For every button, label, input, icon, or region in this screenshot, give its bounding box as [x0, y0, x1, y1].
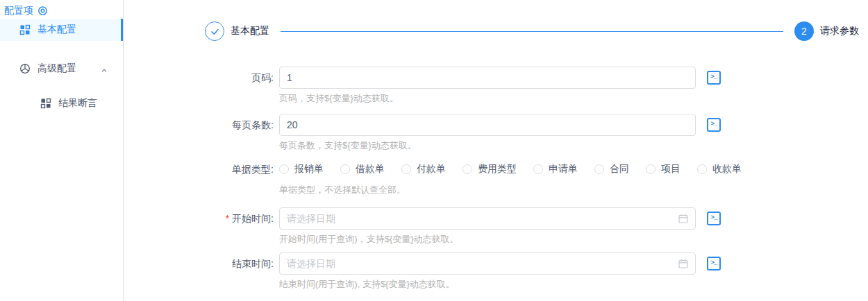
- doc-type-radio-group: 报销单 借款单 付款单 费用类型 申请单 合同 项目 收款单: [279, 160, 696, 179]
- code-variable-icon[interactable]: >_: [707, 118, 721, 132]
- config-sidebar: 配置项 基本配置 高级配置: [0, 0, 124, 301]
- radio-option-feiyongleixing[interactable]: 费用类型: [462, 163, 517, 175]
- steps-bar: 基本配置 2 请求参数: [124, 22, 868, 41]
- radio-icon: [646, 164, 656, 174]
- radio-icon: [697, 164, 707, 174]
- page-size-input[interactable]: [279, 114, 696, 136]
- step-2-number: 2: [801, 26, 807, 37]
- radio-option-hetong[interactable]: 合同: [594, 163, 629, 175]
- form-row-end-time: 结束时间: 结束时间(用于查询), 支持${变量}动态获取。 >_: [124, 252, 868, 290]
- code-variable-icon[interactable]: >_: [707, 71, 721, 85]
- field-label: 单据类型:: [124, 160, 279, 179]
- sidebar-item-label: 高级配置: [37, 62, 76, 75]
- radio-icon: [462, 164, 472, 174]
- radio-option-shoukuandan[interactable]: 收款单: [697, 163, 742, 175]
- radio-option-fukuandan[interactable]: 付款单: [401, 163, 446, 175]
- sidebar-item-basic-config[interactable]: 基本配置: [0, 19, 123, 41]
- radio-option-shenqingdan[interactable]: 申请单: [533, 163, 578, 175]
- code-variable-icon[interactable]: >_: [707, 257, 721, 270]
- required-asterisk: *: [226, 213, 229, 224]
- field-helper: 单据类型，不选择默认查全部。: [279, 184, 696, 196]
- step-1-circle: [205, 22, 224, 41]
- radio-icon: [401, 164, 411, 174]
- start-date-input[interactable]: [279, 207, 696, 230]
- field-helper: 每页条数，支持${变量}动态获取。: [279, 140, 696, 151]
- field-label: 页码:: [124, 67, 279, 89]
- radio-label: 付款单: [417, 163, 446, 175]
- form-row-page-number: 页码: 页码，支持${变量}动态获取。 >_: [124, 67, 868, 104]
- chevron-up-icon: [101, 65, 108, 72]
- end-date-input[interactable]: [279, 252, 696, 275]
- field-label-text: 开始时间:: [232, 213, 274, 224]
- request-params-form: 页码: 页码，支持${变量}动态获取。 >_ 每页条数: 每页条数，支持${变量…: [124, 67, 868, 290]
- step-1-title: 基本配置: [231, 25, 269, 37]
- field-label: 结束时间:: [124, 252, 279, 275]
- radio-option-jiekuandan[interactable]: 借款单: [340, 163, 385, 175]
- sidebar-header: 配置项: [0, 0, 123, 17]
- check-icon: [210, 26, 220, 37]
- radio-option-xiangmu[interactable]: 项目: [646, 163, 681, 175]
- sidebar-item-label: 基本配置: [37, 24, 76, 36]
- radio-icon: [279, 164, 289, 174]
- radio-label: 费用类型: [478, 163, 517, 175]
- form-row-page-size: 每页条数: 每页条数，支持${变量}动态获取。 >_: [124, 114, 868, 151]
- field-helper: 页码，支持${变量}动态获取。: [279, 93, 696, 104]
- start-date-picker[interactable]: [279, 207, 696, 230]
- sidebar-menu: 基本配置 高级配置 结果断言: [0, 19, 123, 114]
- form-row-start-time: *开始时间: 开始时间(用于查询)，支持${变量}动态获取。 >_: [124, 207, 868, 245]
- field-label: *开始时间:: [124, 207, 279, 230]
- radio-icon: [594, 164, 604, 174]
- radio-icon: [533, 164, 543, 174]
- radio-label: 项目: [661, 163, 681, 175]
- radio-icon: [340, 164, 350, 174]
- field-helper: 开始时间(用于查询)，支持${变量}动态获取。: [279, 234, 696, 245]
- config-page: 配置项 基本配置 高级配置: [0, 0, 868, 301]
- gear-icon[interactable]: [37, 6, 48, 16]
- radio-label: 借款单: [356, 163, 385, 175]
- end-date-picker[interactable]: [279, 252, 696, 275]
- radio-label: 合同: [610, 163, 629, 175]
- form-row-doc-type: 单据类型: 报销单 借款单 付款单 费用类型 申请单 合同 项目 收款单 单据类…: [124, 160, 868, 196]
- calendar-icon: [678, 213, 689, 224]
- grid-icon: [40, 98, 51, 109]
- calendar-icon: [678, 258, 689, 269]
- grid-icon: [19, 24, 31, 35]
- cube-icon: [19, 63, 31, 74]
- step-2-circle: 2: [794, 22, 814, 41]
- sidebar-item-result-assertion[interactable]: 结果断言: [0, 92, 123, 114]
- radio-label: 收款单: [712, 163, 742, 175]
- radio-label: 申请单: [549, 163, 578, 175]
- field-label: 每页条数:: [124, 114, 279, 136]
- step-2-title: 请求参数: [820, 25, 859, 37]
- field-helper: 结束时间(用于查询), 支持${变量}动态获取。: [279, 279, 696, 290]
- sidebar-item-advanced-config[interactable]: 高级配置: [0, 58, 123, 80]
- page-number-input[interactable]: [279, 67, 696, 89]
- sidebar-title: 配置项: [4, 5, 33, 17]
- radio-label: 报销单: [294, 163, 324, 175]
- step-connector-line: [281, 31, 783, 32]
- radio-option-baoxiaodan[interactable]: 报销单: [279, 163, 324, 175]
- code-variable-icon[interactable]: >_: [707, 212, 721, 225]
- sidebar-item-label: 结果断言: [58, 97, 97, 110]
